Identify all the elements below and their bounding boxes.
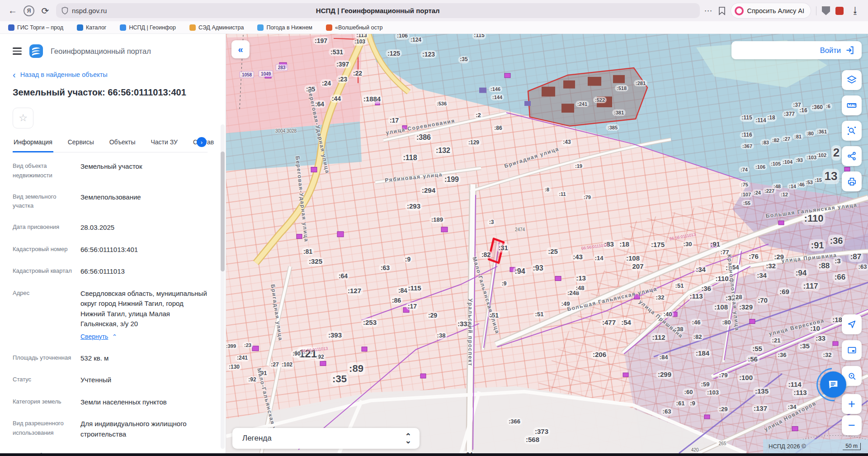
field-row: Площадь уточненная532 кв. м bbox=[13, 347, 208, 369]
parcel-label: :23 bbox=[242, 342, 253, 348]
measure-button[interactable] bbox=[842, 95, 862, 115]
parcel-label: :18 bbox=[765, 114, 777, 122]
zoom-out-button[interactable]: − bbox=[842, 415, 862, 435]
browser-back-button[interactable]: ← bbox=[6, 5, 19, 17]
reload-button[interactable]: ⟳ bbox=[39, 5, 52, 17]
parcel-label: 13 bbox=[823, 169, 840, 184]
parcel-label: 2 bbox=[831, 145, 841, 161]
search-by-area-button[interactable] bbox=[842, 121, 862, 141]
parcel-label: :241 bbox=[576, 101, 589, 107]
bookmark-item[interactable]: НСПД | Геоинфор bbox=[120, 24, 176, 31]
zoom-in-button[interactable]: + bbox=[842, 394, 862, 414]
address-bar[interactable]: nspd.gov.ru НСПД | Геоинформационный пор… bbox=[56, 3, 700, 18]
bookmark-item[interactable]: «Волшебный остр bbox=[326, 24, 382, 31]
bookmark-item[interactable]: Погода в Нижнем bbox=[257, 24, 312, 31]
ask-alice-button[interactable]: Спросить Алису AI bbox=[731, 3, 811, 18]
map-labels-layer: :197:531:113:103:106:124:397:125:123:115… bbox=[226, 34, 868, 453]
bookmark-icon[interactable] bbox=[718, 6, 726, 15]
share-button[interactable] bbox=[842, 146, 862, 166]
alice-icon bbox=[735, 6, 744, 15]
tab-Части ЗУ[interactable]: Части ЗУ bbox=[150, 138, 178, 152]
downloads-button[interactable]: ⭳ bbox=[849, 5, 862, 17]
extensions-overflow-icon[interactable]: ⋯ bbox=[704, 6, 713, 16]
parcel-label: :135 bbox=[753, 387, 770, 396]
parcel-label: :16 bbox=[797, 107, 809, 114]
parcel-label: :102 bbox=[280, 361, 294, 369]
parcel-label: :92 bbox=[246, 376, 258, 384]
parcel-label: :54 bbox=[619, 318, 633, 327]
back-to-results-link[interactable]: ‹ Назад в найденные объекты bbox=[13, 71, 208, 78]
parcel-label: :44 bbox=[330, 95, 343, 103]
parcel-label: :103 bbox=[353, 38, 367, 46]
bookmark-item[interactable]: ГИС Торги – прод bbox=[8, 24, 63, 31]
tabs-overflow-arrow-button[interactable]: › bbox=[197, 137, 207, 147]
parcel-label: :63 bbox=[379, 264, 392, 272]
parcel-label: :17 bbox=[406, 302, 419, 310]
yandex-browser-icon[interactable]: Я bbox=[24, 5, 34, 16]
panel-scrollbar-thumb[interactable] bbox=[221, 152, 225, 271]
parcel-label: 420 bbox=[689, 447, 701, 453]
legend-expand-icon[interactable]: ⌃⌄ bbox=[405, 434, 411, 443]
parcel-label: :293 bbox=[405, 202, 422, 211]
legend-label: Легенда bbox=[242, 434, 272, 443]
extension-icon[interactable] bbox=[835, 7, 844, 15]
mini-map-button[interactable] bbox=[842, 340, 862, 360]
login-button[interactable]: Войти bbox=[731, 41, 862, 59]
parcel-label: :115 bbox=[472, 34, 486, 39]
chat-assistant-button[interactable] bbox=[820, 371, 846, 398]
print-button[interactable] bbox=[842, 171, 862, 191]
parcel-label: :27 bbox=[781, 136, 792, 142]
parcel-label: :227 bbox=[763, 188, 776, 194]
parcel-label: :124 bbox=[409, 37, 423, 44]
field-label: Вид земельного участка bbox=[13, 192, 80, 211]
parcel-label: :281 bbox=[634, 80, 647, 86]
bookmark-favicon bbox=[326, 24, 332, 31]
adblock-extension-icon[interactable] bbox=[822, 6, 830, 15]
parcel-label: 207 bbox=[630, 262, 645, 271]
tab-Сервисы[interactable]: Сервисы bbox=[67, 138, 95, 152]
bookmark-favicon bbox=[77, 24, 83, 31]
menu-button[interactable] bbox=[13, 48, 22, 54]
parcel-label: :6 bbox=[824, 103, 832, 109]
parcel-label: :361 bbox=[815, 128, 829, 135]
field-value: Земли населенных пунктов bbox=[80, 397, 208, 408]
chevron-left-icon: ‹ bbox=[13, 72, 16, 77]
parcel-label: :59 bbox=[699, 381, 712, 389]
field-value: Землепользование bbox=[80, 192, 208, 211]
collapse-address-link[interactable]: Свернуть⌃ bbox=[80, 332, 208, 342]
parcel-label: :43 bbox=[571, 252, 585, 261]
parcel-label: :63 bbox=[661, 408, 673, 416]
cadastral-map[interactable]: :197:531:113:103:106:124:397:125:123:115… bbox=[226, 34, 868, 453]
layers-button[interactable] bbox=[842, 70, 862, 90]
parcel-label: :32 bbox=[764, 261, 778, 271]
site-security-shield-icon bbox=[61, 7, 68, 14]
parcel-label: :568 bbox=[524, 435, 541, 444]
field-row: Вид разрешенного использованияДля индиви… bbox=[13, 413, 208, 445]
favorite-star-button[interactable]: ☆ bbox=[13, 108, 33, 128]
tab-Объекты[interactable]: Объекты bbox=[108, 138, 137, 152]
bookmark-label: Каталог bbox=[86, 24, 106, 31]
login-label: Войти bbox=[820, 46, 841, 55]
parcel-label: :94 bbox=[513, 267, 527, 276]
parcel-label: :51 bbox=[533, 311, 546, 318]
parcel-label: :35 bbox=[458, 56, 469, 63]
panel-scrollbar[interactable] bbox=[221, 124, 225, 449]
collapse-panel-button[interactable]: « bbox=[231, 40, 250, 58]
bookmark-item[interactable]: СЭД Администра bbox=[189, 24, 244, 31]
my-location-button[interactable] bbox=[842, 314, 862, 334]
parcel-label: :29 bbox=[426, 311, 439, 319]
parcel-label: :381 bbox=[612, 109, 626, 116]
parcel-label: :125 bbox=[386, 49, 402, 57]
parcel-label: :80 bbox=[805, 130, 816, 137]
parcel-label: :46 bbox=[690, 319, 703, 327]
parcel-label: :80 bbox=[721, 319, 733, 327]
legend-bar[interactable]: Легенда ⌃⌄ bbox=[232, 428, 420, 449]
parcel-label: :14 bbox=[593, 255, 605, 262]
tab-Информация[interactable]: Информация bbox=[13, 138, 53, 152]
field-value: Земельный участок bbox=[80, 162, 208, 180]
parcel-label: :329 bbox=[737, 303, 755, 312]
parcel-label: :31 bbox=[496, 243, 510, 252]
field-value: – bbox=[80, 451, 208, 453]
bookmark-item[interactable]: Каталог bbox=[77, 24, 106, 31]
object-title: Земельный участок: 66:56:0111013:401 bbox=[13, 87, 208, 98]
